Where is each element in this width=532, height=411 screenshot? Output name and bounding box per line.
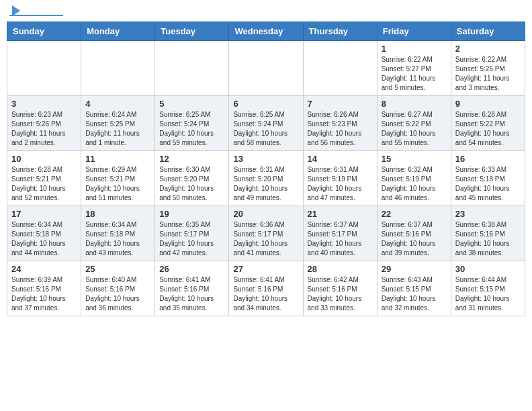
calendar-cell: 10Sunrise: 6:28 AM Sunset: 5:21 PM Dayli… — [7, 151, 81, 206]
day-info: Sunrise: 6:37 AM Sunset: 5:16 PM Dayligh… — [382, 220, 447, 258]
calendar-cell: 18Sunrise: 6:34 AM Sunset: 5:18 PM Dayli… — [81, 206, 155, 261]
day-number: 18 — [85, 209, 150, 219]
day-info: Sunrise: 6:43 AM Sunset: 5:15 PM Dayligh… — [382, 275, 447, 313]
day-info: Sunrise: 6:31 AM Sunset: 5:20 PM Dayligh… — [233, 165, 298, 203]
day-info: Sunrise: 6:37 AM Sunset: 5:17 PM Dayligh… — [308, 220, 373, 258]
weekday-header-row: SundayMondayTuesdayWednesdayThursdayFrid… — [7, 22, 525, 41]
day-info: Sunrise: 6:25 AM Sunset: 5:24 PM Dayligh… — [159, 110, 224, 148]
day-info: Sunrise: 6:40 AM Sunset: 5:16 PM Dayligh… — [85, 275, 150, 313]
day-number: 28 — [308, 264, 373, 274]
calendar-cell: 23Sunrise: 6:38 AM Sunset: 5:16 PM Dayli… — [451, 206, 525, 261]
day-info: Sunrise: 6:33 AM Sunset: 5:18 PM Dayligh… — [455, 165, 521, 203]
calendar-cell — [229, 41, 303, 96]
calendar-cell: 2Sunrise: 6:22 AM Sunset: 5:26 PM Daylig… — [451, 41, 525, 96]
calendar-cell: 1Sunrise: 6:22 AM Sunset: 5:27 PM Daylig… — [377, 41, 451, 96]
day-number: 30 — [455, 264, 521, 274]
calendar-cell: 14Sunrise: 6:31 AM Sunset: 5:19 PM Dayli… — [303, 151, 377, 206]
weekday-header-wednesday: Wednesday — [229, 22, 303, 41]
day-info: Sunrise: 6:41 AM Sunset: 5:16 PM Dayligh… — [159, 275, 224, 313]
calendar-cell: 6Sunrise: 6:25 AM Sunset: 5:24 PM Daylig… — [229, 96, 303, 151]
day-info: Sunrise: 6:24 AM Sunset: 5:25 PM Dayligh… — [85, 110, 150, 148]
calendar-cell: 17Sunrise: 6:34 AM Sunset: 5:18 PM Dayli… — [7, 206, 81, 261]
day-number: 6 — [233, 99, 298, 109]
calendar-cell: 11Sunrise: 6:29 AM Sunset: 5:21 PM Dayli… — [81, 151, 155, 206]
day-info: Sunrise: 6:22 AM Sunset: 5:26 PM Dayligh… — [455, 55, 521, 93]
day-info: Sunrise: 6:32 AM Sunset: 5:19 PM Dayligh… — [382, 165, 447, 203]
week-row-1: 1Sunrise: 6:22 AM Sunset: 5:27 PM Daylig… — [7, 41, 525, 96]
day-info: Sunrise: 6:28 AM Sunset: 5:21 PM Dayligh… — [11, 165, 77, 203]
calendar-cell: 20Sunrise: 6:36 AM Sunset: 5:17 PM Dayli… — [229, 206, 303, 261]
day-info: Sunrise: 6:34 AM Sunset: 5:18 PM Dayligh… — [85, 220, 150, 258]
weekday-header-saturday: Saturday — [451, 22, 525, 41]
day-number: 3 — [11, 99, 77, 109]
weekday-header-friday: Friday — [377, 22, 451, 41]
calendar-cell: 29Sunrise: 6:43 AM Sunset: 5:15 PM Dayli… — [377, 261, 451, 316]
day-number: 23 — [455, 209, 521, 219]
calendar-cell: 19Sunrise: 6:35 AM Sunset: 5:17 PM Dayli… — [155, 206, 229, 261]
day-number: 13 — [233, 154, 298, 164]
week-row-5: 24Sunrise: 6:39 AM Sunset: 5:16 PM Dayli… — [7, 261, 525, 316]
day-number: 25 — [85, 264, 150, 274]
day-number: 14 — [308, 154, 373, 164]
day-number: 24 — [11, 264, 77, 274]
week-row-4: 17Sunrise: 6:34 AM Sunset: 5:18 PM Dayli… — [7, 206, 525, 261]
day-info: Sunrise: 6:27 AM Sunset: 5:22 PM Dayligh… — [382, 110, 447, 148]
day-info: Sunrise: 6:23 AM Sunset: 5:26 PM Dayligh… — [11, 110, 77, 148]
day-number: 27 — [233, 264, 298, 274]
calendar-cell: 22Sunrise: 6:37 AM Sunset: 5:16 PM Dayli… — [377, 206, 451, 261]
day-number: 11 — [85, 154, 150, 164]
calendar-cell: 9Sunrise: 6:28 AM Sunset: 5:22 PM Daylig… — [451, 96, 525, 151]
day-number: 15 — [382, 154, 447, 164]
day-number: 2 — [455, 44, 521, 54]
day-number: 26 — [159, 264, 224, 274]
week-row-2: 3Sunrise: 6:23 AM Sunset: 5:26 PM Daylig… — [7, 96, 525, 151]
calendar-cell: 30Sunrise: 6:44 AM Sunset: 5:15 PM Dayli… — [451, 261, 525, 316]
day-number: 7 — [308, 99, 373, 109]
calendar-cell: 24Sunrise: 6:39 AM Sunset: 5:16 PM Dayli… — [7, 261, 81, 316]
calendar-cell: 12Sunrise: 6:30 AM Sunset: 5:20 PM Dayli… — [155, 151, 229, 206]
day-number: 4 — [85, 99, 150, 109]
calendar-cell: 21Sunrise: 6:37 AM Sunset: 5:17 PM Dayli… — [303, 206, 377, 261]
day-number: 17 — [11, 209, 77, 219]
day-info: Sunrise: 6:34 AM Sunset: 5:18 PM Dayligh… — [11, 220, 77, 258]
calendar-cell: 7Sunrise: 6:26 AM Sunset: 5:23 PM Daylig… — [303, 96, 377, 151]
calendar-cell — [303, 41, 377, 96]
day-info: Sunrise: 6:28 AM Sunset: 5:22 PM Dayligh… — [455, 110, 521, 148]
day-number: 19 — [159, 209, 224, 219]
day-number: 9 — [455, 99, 521, 109]
day-number: 1 — [382, 44, 447, 54]
day-info: Sunrise: 6:42 AM Sunset: 5:16 PM Dayligh… — [308, 275, 373, 313]
calendar-cell — [155, 41, 229, 96]
day-info: Sunrise: 6:25 AM Sunset: 5:24 PM Dayligh… — [233, 110, 298, 148]
calendar-cell — [7, 41, 81, 96]
weekday-header-monday: Monday — [81, 22, 155, 41]
day-info: Sunrise: 6:44 AM Sunset: 5:15 PM Dayligh… — [455, 275, 521, 313]
calendar-cell: 16Sunrise: 6:33 AM Sunset: 5:18 PM Dayli… — [451, 151, 525, 206]
day-info: Sunrise: 6:22 AM Sunset: 5:27 PM Dayligh… — [382, 55, 447, 93]
day-info: Sunrise: 6:35 AM Sunset: 5:17 PM Dayligh… — [159, 220, 224, 258]
calendar-cell: 5Sunrise: 6:25 AM Sunset: 5:24 PM Daylig… — [155, 96, 229, 151]
calendar-cell: 3Sunrise: 6:23 AM Sunset: 5:26 PM Daylig… — [7, 96, 81, 151]
calendar-cell: 26Sunrise: 6:41 AM Sunset: 5:16 PM Dayli… — [155, 261, 229, 316]
day-number: 22 — [382, 209, 447, 219]
weekday-header-tuesday: Tuesday — [155, 22, 229, 41]
calendar-cell: 27Sunrise: 6:41 AM Sunset: 5:16 PM Dayli… — [229, 261, 303, 316]
calendar-table: SundayMondayTuesdayWednesdayThursdayFrid… — [7, 21, 525, 316]
weekday-header-sunday: Sunday — [7, 22, 81, 41]
calendar-cell: 28Sunrise: 6:42 AM Sunset: 5:16 PM Dayli… — [303, 261, 377, 316]
day-info: Sunrise: 6:29 AM Sunset: 5:21 PM Dayligh… — [85, 165, 150, 203]
day-info: Sunrise: 6:36 AM Sunset: 5:17 PM Dayligh… — [233, 220, 298, 258]
day-number: 21 — [308, 209, 373, 219]
day-info: Sunrise: 6:30 AM Sunset: 5:20 PM Dayligh… — [159, 165, 224, 203]
day-info: Sunrise: 6:41 AM Sunset: 5:16 PM Dayligh… — [233, 275, 298, 313]
day-number: 8 — [382, 99, 447, 109]
calendar-cell: 4Sunrise: 6:24 AM Sunset: 5:25 PM Daylig… — [81, 96, 155, 151]
page-header — [7, 7, 525, 16]
day-number: 12 — [159, 154, 224, 164]
day-number: 10 — [11, 154, 77, 164]
calendar-cell: 8Sunrise: 6:27 AM Sunset: 5:22 PM Daylig… — [377, 96, 451, 151]
day-number: 16 — [455, 154, 521, 164]
calendar-cell: 13Sunrise: 6:31 AM Sunset: 5:20 PM Dayli… — [229, 151, 303, 206]
week-row-3: 10Sunrise: 6:28 AM Sunset: 5:21 PM Dayli… — [7, 151, 525, 206]
calendar-cell — [81, 41, 155, 96]
